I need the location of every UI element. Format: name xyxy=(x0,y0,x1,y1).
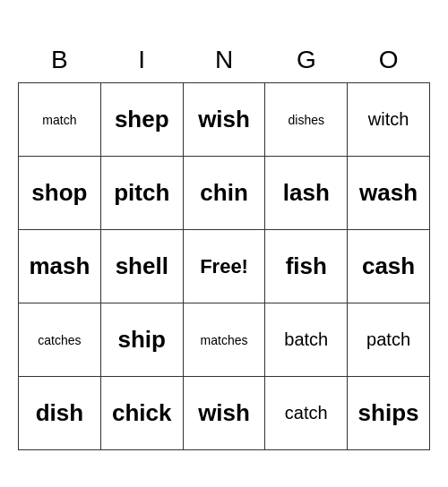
bingo-cell-2-3: fish xyxy=(265,230,348,303)
cell-text-1-0: shop xyxy=(31,179,87,206)
cell-text-0-4: witch xyxy=(368,109,409,129)
bingo-cell-1-2: chin xyxy=(183,157,265,230)
bingo-cell-4-1: chick xyxy=(100,377,183,450)
header-col-i: I xyxy=(100,37,183,83)
cell-text-1-4: wash xyxy=(359,179,418,206)
bingo-row-4: dishchickwishcatchships xyxy=(19,377,430,450)
cell-text-1-3: lash xyxy=(283,179,330,206)
cell-text-4-3: catch xyxy=(285,403,328,423)
cell-text-1-2: chin xyxy=(200,179,247,206)
cell-text-4-2: wish xyxy=(198,399,250,426)
bingo-cell-1-0: shop xyxy=(19,157,101,230)
bingo-header-row: BINGO xyxy=(19,37,430,83)
cell-text-4-4: ships xyxy=(358,399,419,426)
bingo-cell-3-1: ship xyxy=(100,303,183,377)
cell-text-0-0: match xyxy=(42,113,76,127)
bingo-cell-0-0: match xyxy=(19,83,101,157)
bingo-cell-0-3: dishes xyxy=(265,83,348,157)
header-col-n: N xyxy=(183,37,265,83)
cell-text-2-0: mash xyxy=(29,252,90,279)
bingo-cell-1-3: lash xyxy=(265,157,348,230)
cell-text-4-1: chick xyxy=(112,399,172,426)
bingo-cell-3-3: batch xyxy=(265,303,348,377)
header-col-b: B xyxy=(19,37,101,83)
bingo-cell-4-4: ships xyxy=(348,377,430,450)
bingo-row-2: mashshellFree!fishcash xyxy=(19,230,430,303)
header-col-o: O xyxy=(348,37,430,83)
bingo-row-0: matchshepwishdisheswitch xyxy=(19,83,430,157)
cell-text-2-3: fish xyxy=(286,252,327,279)
cell-text-4-0: dish xyxy=(36,399,83,426)
cell-text-2-2: Free! xyxy=(200,255,248,278)
cell-text-3-0: catches xyxy=(38,333,81,347)
cell-text-2-1: shell xyxy=(116,252,168,279)
bingo-cell-0-2: wish xyxy=(183,83,265,157)
bingo-cell-1-1: pitch xyxy=(100,157,183,230)
cell-text-0-1: shep xyxy=(115,106,169,132)
cell-text-3-1: ship xyxy=(118,326,166,353)
bingo-cell-1-4: wash xyxy=(348,157,430,230)
bingo-cell-3-4: patch xyxy=(348,303,430,377)
bingo-cell-2-2: Free! xyxy=(183,230,265,303)
cell-text-3-2: matches xyxy=(201,333,248,347)
bingo-cell-4-2: wish xyxy=(183,377,265,450)
bingo-cell-0-4: witch xyxy=(348,83,430,157)
cell-text-2-4: cash xyxy=(362,252,415,279)
bingo-row-3: catchesshipmatchesbatchpatch xyxy=(19,303,430,377)
bingo-row-1: shoppitchchinlashwash xyxy=(19,157,430,230)
bingo-cell-2-0: mash xyxy=(19,230,101,303)
bingo-cell-2-4: cash xyxy=(348,230,430,303)
cell-text-0-2: wish xyxy=(198,106,250,132)
bingo-card: BINGO matchshepwishdisheswitchshoppitchc… xyxy=(18,37,430,451)
bingo-cell-3-0: catches xyxy=(19,303,101,377)
cell-text-1-1: pitch xyxy=(114,179,169,206)
cell-text-3-3: batch xyxy=(284,329,328,349)
bingo-cell-2-1: shell xyxy=(100,230,183,303)
cell-text-3-4: patch xyxy=(366,329,410,349)
header-col-g: G xyxy=(265,37,348,83)
bingo-cell-4-3: catch xyxy=(265,377,348,450)
cell-text-0-3: dishes xyxy=(289,113,324,127)
bingo-cell-0-1: shep xyxy=(100,83,183,157)
bingo-cell-3-2: matches xyxy=(183,303,265,377)
bingo-cell-4-0: dish xyxy=(19,377,101,450)
